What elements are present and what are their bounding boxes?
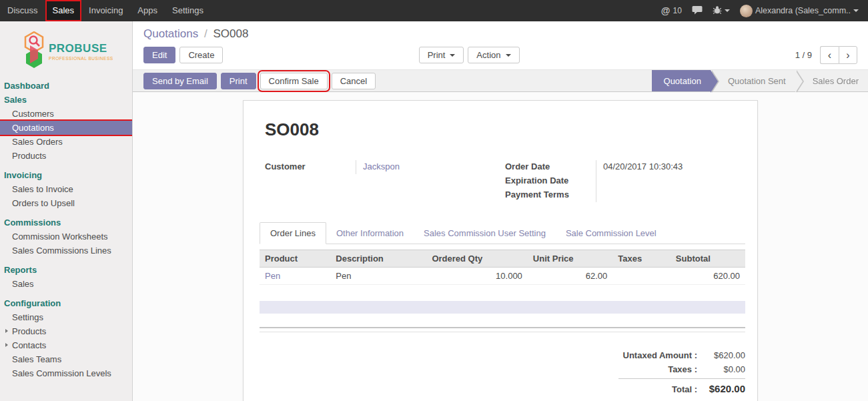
order-lines-table: Product Description Ordered Qty Unit Pri… [260,250,745,285]
chevron-right-icon [5,329,10,333]
page-title: SO008 [265,119,745,140]
print-button[interactable]: Print [221,73,256,89]
cell-subtotal: 620.00 [671,268,745,285]
state-quotation-sent[interactable]: Quotation Sent [711,70,795,91]
print-dropdown[interactable]: Print [419,47,464,63]
section-separator [260,327,745,332]
column-header-ordered-qty[interactable]: Ordered Qty [426,250,527,268]
cell-product[interactable]: Pen [260,268,330,285]
send-by-email-button[interactable]: Send by Email [143,73,217,89]
taxes-row: Taxes : $0.00 [618,362,745,376]
cell-ordered-qty: 10.000 [426,268,527,285]
cell-unit-price: 62.00 [528,268,612,285]
cell-taxes [612,268,671,285]
notebook-tabs: Order Lines Other Information Sales Comm… [260,222,745,244]
chevron-down-icon [506,54,511,59]
sidebar-item-sales-orders[interactable]: Sales Orders [0,135,132,149]
order-date-label: Order Date [505,160,596,174]
edit-button[interactable]: Edit [143,47,175,63]
sidebar-item-sales-commission-levels[interactable]: Sales Commission Levels [0,366,132,380]
menu-settings[interactable]: Settings [165,0,211,21]
pager-next-button[interactable]: › [839,46,857,64]
column-header-taxes[interactable]: Taxes [612,250,671,268]
expiration-date-label: Expiration Date [505,174,596,188]
pager-value: 1 / 9 [795,50,812,60]
sidebar-item-sales-commissions-lines[interactable]: Sales Commissions Lines [0,244,132,258]
expiration-date-value [596,174,745,188]
menu-discuss[interactable]: Discuss [0,0,45,21]
action-dropdown[interactable]: Action [468,47,519,63]
main-area: PROBUSE PROFESSIONAL BUSINESS Dashboard … [0,21,868,401]
activity-count: 10 [673,6,682,15]
user-menu[interactable]: Alexandra (Sales_comm.. [740,5,859,17]
sidebar-item-customers[interactable]: Customers [0,107,132,121]
confirm-sale-button[interactable]: Confirm Sale [260,73,328,89]
sidebar-item-quotations[interactable]: Quotations [0,121,132,135]
bug-icon [713,5,722,17]
debug-systray[interactable] [713,5,730,17]
column-header-unit-price[interactable]: Unit Price [528,250,612,268]
user-name: Alexandra (Sales_comm.. [755,6,851,15]
action-dropdowns: Print Action [419,47,520,63]
taxes-value: $0.00 [704,364,745,374]
statusbar-states: Quotation Quotation Sent Sales Order [652,70,868,91]
total-label: Total : [672,384,697,394]
sidebar-item-settings[interactable]: Settings [0,310,132,324]
sidebar-heading-commissions[interactable]: Commissions [0,216,132,230]
right-field-group: Order Date 04/20/2017 10:30:43 Expiratio… [505,160,745,202]
sidebar-item-config-contacts[interactable]: Contacts [0,338,132,352]
sidebar-item-reports-sales[interactable]: Sales [0,277,132,291]
column-header-product[interactable]: Product [260,250,330,268]
order-date-field: Order Date 04/20/2017 10:30:43 [505,160,745,174]
control-panel: Edit Create Print Action 1 / 9 [133,43,868,69]
logo-subtitle: PROFESSIONAL BUSINESS [49,56,113,61]
tab-sales-commission-user-setting[interactable]: Sales Commission User Setting [414,223,556,244]
untaxed-amount-label: Untaxed Amount : [623,350,697,360]
messages-systray[interactable] [692,5,703,17]
customer-value[interactable]: Jackspon [356,160,505,174]
sidebar-heading-reports[interactable]: Reports [0,263,132,277]
sidebar-item-sales-to-invoice[interactable]: Sales to Invoice [0,182,132,196]
left-field-group: Customer Jackspon [265,160,505,202]
sidebar-item-dashboard[interactable]: Dashboard [0,79,132,93]
pager-buttons: ‹ › [820,46,857,64]
tab-sale-commission-level[interactable]: Sale Commission Level [556,223,667,244]
sidebar-item-config-products[interactable]: Products [0,324,132,338]
sidebar-heading-configuration[interactable]: Configuration [0,296,132,310]
statusbar-buttons: Send by Email Print Confirm Sale Cancel [143,73,376,89]
sidebar-item-orders-to-upsell[interactable]: Orders to Upsell [0,196,132,210]
state-quotation[interactable]: Quotation [652,70,711,91]
breadcrumb-quotations[interactable]: Quotations [143,27,198,40]
table-row[interactable]: Pen Pen 10.000 62.00 620.00 [260,268,745,285]
sidebar-item-commission-worksheets[interactable]: Commission Worksheets [0,230,132,244]
pager: 1 / 9 ‹ › [795,46,857,64]
tab-other-information[interactable]: Other Information [326,223,414,244]
menu-sales[interactable]: Sales [45,0,82,21]
cancel-button[interactable]: Cancel [332,73,376,89]
table-header-row: Product Description Ordered Qty Unit Pri… [260,250,745,268]
pager-previous-button[interactable]: ‹ [820,46,839,64]
menu-invoicing[interactable]: Invoicing [81,0,130,21]
activity-systray[interactable]: @ 10 [661,6,682,15]
customer-field: Customer Jackspon [265,160,505,174]
statusbar: Send by Email Print Confirm Sale Cancel … [133,69,868,92]
taxes-label: Taxes : [668,364,697,374]
create-button[interactable]: Create [179,47,223,63]
action-dropdown-label: Action [476,50,500,60]
sidebar-item-products[interactable]: Products [0,149,132,163]
sidebar-heading-sales[interactable]: Sales [0,93,132,107]
menu-apps[interactable]: Apps [130,0,165,21]
state-sales-order[interactable]: Sales Order [795,70,868,91]
sidebar-item-sales-teams[interactable]: Sales Teams [0,352,132,366]
tab-order-lines[interactable]: Order Lines [260,222,326,244]
payment-terms-field: Payment Terms [505,188,745,202]
column-header-description[interactable]: Description [330,250,426,268]
probuse-logo[interactable]: PROBUSE PROFESSIONAL BUSINESS [0,21,132,79]
form-view: SO008 Customer Jackspon Order Date 04/20 [133,92,868,401]
column-header-subtotal[interactable]: Subtotal [671,250,745,268]
empty-row-highlight [260,301,745,314]
probuse-logo-icon [24,31,44,71]
sidebar: PROBUSE PROFESSIONAL BUSINESS Dashboard … [0,21,133,401]
chevron-down-icon [450,54,455,59]
sidebar-heading-invoicing[interactable]: Invoicing [0,168,132,182]
